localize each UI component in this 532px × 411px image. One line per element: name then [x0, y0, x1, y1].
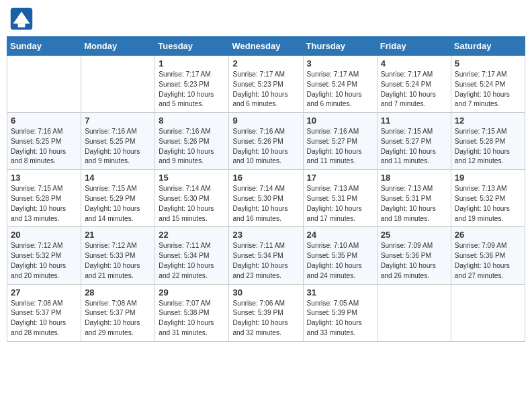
- day-number: 6: [11, 116, 77, 126]
- day-info: Sunrise: 7:14 AM Sunset: 5:30 PM Dayligh…: [159, 184, 225, 224]
- day-info: Sunrise: 7:12 AM Sunset: 5:33 PM Dayligh…: [85, 241, 151, 281]
- day-number: 9: [232, 116, 299, 126]
- day-info: Sunrise: 7:17 AM Sunset: 5:24 PM Dayligh…: [455, 70, 521, 109]
- calendar-cell: 31Sunrise: 7:05 AM Sunset: 5:39 PM Dayli…: [303, 284, 377, 341]
- day-number: 12: [455, 116, 521, 126]
- day-number: 5: [455, 58, 521, 68]
- calendar-week-row: 13Sunrise: 7:15 AM Sunset: 5:28 PM Dayli…: [7, 170, 525, 227]
- day-number: 29: [159, 287, 225, 298]
- day-number: 16: [232, 173, 299, 183]
- svg-rect-2: [18, 24, 26, 27]
- day-info: Sunrise: 7:16 AM Sunset: 5:25 PM Dayligh…: [85, 127, 151, 167]
- day-info: Sunrise: 7:15 AM Sunset: 5:28 PM Dayligh…: [11, 184, 77, 224]
- calendar-cell: [377, 284, 451, 341]
- calendar-cell: [7, 56, 81, 113]
- day-info: Sunrise: 7:09 AM Sunset: 5:36 PM Dayligh…: [381, 241, 447, 281]
- weekday-header: Friday: [377, 37, 451, 56]
- day-info: Sunrise: 7:17 AM Sunset: 5:23 PM Dayligh…: [232, 70, 299, 109]
- calendar-cell: 23Sunrise: 7:11 AM Sunset: 5:34 PM Dayli…: [229, 227, 303, 284]
- calendar-cell: 24Sunrise: 7:10 AM Sunset: 5:35 PM Dayli…: [303, 227, 377, 284]
- day-number: 23: [232, 230, 299, 240]
- day-info: Sunrise: 7:05 AM Sunset: 5:39 PM Dayligh…: [307, 299, 373, 338]
- day-info: Sunrise: 7:09 AM Sunset: 5:36 PM Dayligh…: [455, 241, 521, 281]
- day-info: Sunrise: 7:15 AM Sunset: 5:28 PM Dayligh…: [455, 127, 521, 167]
- day-info: Sunrise: 7:14 AM Sunset: 5:30 PM Dayligh…: [232, 184, 299, 224]
- day-number: 24: [307, 230, 373, 240]
- day-number: 8: [159, 116, 225, 126]
- calendar-cell: 29Sunrise: 7:07 AM Sunset: 5:38 PM Dayli…: [155, 284, 229, 341]
- calendar-cell: 3Sunrise: 7:17 AM Sunset: 5:24 PM Daylig…: [303, 56, 377, 113]
- calendar-cell: 21Sunrise: 7:12 AM Sunset: 5:33 PM Dayli…: [81, 227, 155, 284]
- day-number: 27: [11, 287, 77, 298]
- calendar-cell: 9Sunrise: 7:16 AM Sunset: 5:26 PM Daylig…: [229, 113, 303, 170]
- day-number: 1: [159, 58, 225, 68]
- day-info: Sunrise: 7:17 AM Sunset: 5:24 PM Dayligh…: [307, 70, 373, 109]
- day-number: 25: [381, 230, 447, 240]
- day-info: Sunrise: 7:11 AM Sunset: 5:34 PM Dayligh…: [159, 241, 225, 281]
- calendar-table: SundayMondayTuesdayWednesdayThursdayFrid…: [7, 36, 525, 342]
- weekday-header: Saturday: [451, 37, 525, 56]
- calendar-cell: 8Sunrise: 7:16 AM Sunset: 5:26 PM Daylig…: [155, 113, 229, 170]
- day-info: Sunrise: 7:08 AM Sunset: 5:37 PM Dayligh…: [85, 299, 151, 338]
- calendar-cell: 17Sunrise: 7:13 AM Sunset: 5:31 PM Dayli…: [303, 170, 377, 227]
- day-number: 4: [381, 58, 447, 68]
- calendar-cell: 11Sunrise: 7:15 AM Sunset: 5:27 PM Dayli…: [377, 113, 451, 170]
- day-info: Sunrise: 7:11 AM Sunset: 5:34 PM Dayligh…: [232, 241, 299, 281]
- calendar-cell: 12Sunrise: 7:15 AM Sunset: 5:28 PM Dayli…: [451, 113, 525, 170]
- day-number: 22: [159, 230, 225, 240]
- calendar-header-row: SundayMondayTuesdayWednesdayThursdayFrid…: [7, 37, 525, 56]
- day-number: 26: [455, 230, 521, 240]
- calendar-cell: 26Sunrise: 7:09 AM Sunset: 5:36 PM Dayli…: [451, 227, 525, 284]
- calendar-cell: 25Sunrise: 7:09 AM Sunset: 5:36 PM Dayli…: [377, 227, 451, 284]
- day-info: Sunrise: 7:08 AM Sunset: 5:37 PM Dayligh…: [11, 299, 77, 338]
- day-number: 19: [455, 173, 521, 183]
- calendar-cell: 15Sunrise: 7:14 AM Sunset: 5:30 PM Dayli…: [155, 170, 229, 227]
- day-number: 18: [381, 173, 447, 183]
- calendar-cell: 14Sunrise: 7:15 AM Sunset: 5:29 PM Dayli…: [81, 170, 155, 227]
- day-info: Sunrise: 7:07 AM Sunset: 5:38 PM Dayligh…: [159, 299, 225, 338]
- calendar-cell: 20Sunrise: 7:12 AM Sunset: 5:32 PM Dayli…: [7, 227, 81, 284]
- weekday-header: Tuesday: [155, 37, 229, 56]
- calendar-cell: 5Sunrise: 7:17 AM Sunset: 5:24 PM Daylig…: [451, 56, 525, 113]
- day-number: 21: [85, 230, 151, 240]
- day-number: 2: [232, 58, 299, 68]
- weekday-header: Thursday: [303, 37, 377, 56]
- day-number: 10: [307, 116, 373, 126]
- calendar-cell: 18Sunrise: 7:13 AM Sunset: 5:31 PM Dayli…: [377, 170, 451, 227]
- day-number: 20: [11, 230, 77, 240]
- calendar-cell: 2Sunrise: 7:17 AM Sunset: 5:23 PM Daylig…: [229, 56, 303, 113]
- day-info: Sunrise: 7:13 AM Sunset: 5:31 PM Dayligh…: [381, 184, 447, 224]
- calendar-cell: 10Sunrise: 7:16 AM Sunset: 5:27 PM Dayli…: [303, 113, 377, 170]
- day-number: 13: [11, 173, 77, 183]
- day-number: 30: [232, 287, 299, 298]
- day-info: Sunrise: 7:16 AM Sunset: 5:25 PM Dayligh…: [11, 127, 77, 167]
- day-info: Sunrise: 7:17 AM Sunset: 5:24 PM Dayligh…: [381, 70, 447, 109]
- day-info: Sunrise: 7:16 AM Sunset: 5:26 PM Dayligh…: [232, 127, 299, 167]
- calendar-week-row: 27Sunrise: 7:08 AM Sunset: 5:37 PM Dayli…: [7, 284, 525, 341]
- calendar-week-row: 20Sunrise: 7:12 AM Sunset: 5:32 PM Dayli…: [7, 227, 525, 284]
- weekday-header: Sunday: [7, 37, 81, 56]
- calendar-cell: 4Sunrise: 7:17 AM Sunset: 5:24 PM Daylig…: [377, 56, 451, 113]
- weekday-header: Monday: [81, 37, 155, 56]
- weekday-header: Wednesday: [229, 37, 303, 56]
- calendar-cell: 19Sunrise: 7:13 AM Sunset: 5:32 PM Dayli…: [451, 170, 525, 227]
- calendar-cell: 27Sunrise: 7:08 AM Sunset: 5:37 PM Dayli…: [7, 284, 81, 341]
- day-info: Sunrise: 7:13 AM Sunset: 5:32 PM Dayligh…: [455, 184, 521, 224]
- day-info: Sunrise: 7:12 AM Sunset: 5:32 PM Dayligh…: [11, 241, 77, 281]
- calendar-week-row: 6Sunrise: 7:16 AM Sunset: 5:25 PM Daylig…: [7, 113, 525, 170]
- day-info: Sunrise: 7:16 AM Sunset: 5:27 PM Dayligh…: [307, 127, 373, 167]
- calendar-week-row: 1Sunrise: 7:17 AM Sunset: 5:23 PM Daylig…: [7, 56, 525, 113]
- day-number: 28: [85, 287, 151, 298]
- calendar-cell: 22Sunrise: 7:11 AM Sunset: 5:34 PM Dayli…: [155, 227, 229, 284]
- day-info: Sunrise: 7:13 AM Sunset: 5:31 PM Dayligh…: [307, 184, 373, 224]
- calendar-cell: [451, 284, 525, 341]
- calendar-cell: [81, 56, 155, 113]
- logo-icon: [9, 7, 34, 31]
- day-number: 14: [85, 173, 151, 183]
- day-number: 15: [159, 173, 225, 183]
- page-header: [7, 7, 525, 31]
- day-number: 3: [307, 58, 373, 68]
- day-info: Sunrise: 7:17 AM Sunset: 5:23 PM Dayligh…: [159, 70, 225, 109]
- calendar-cell: 6Sunrise: 7:16 AM Sunset: 5:25 PM Daylig…: [7, 113, 81, 170]
- calendar-cell: 28Sunrise: 7:08 AM Sunset: 5:37 PM Dayli…: [81, 284, 155, 341]
